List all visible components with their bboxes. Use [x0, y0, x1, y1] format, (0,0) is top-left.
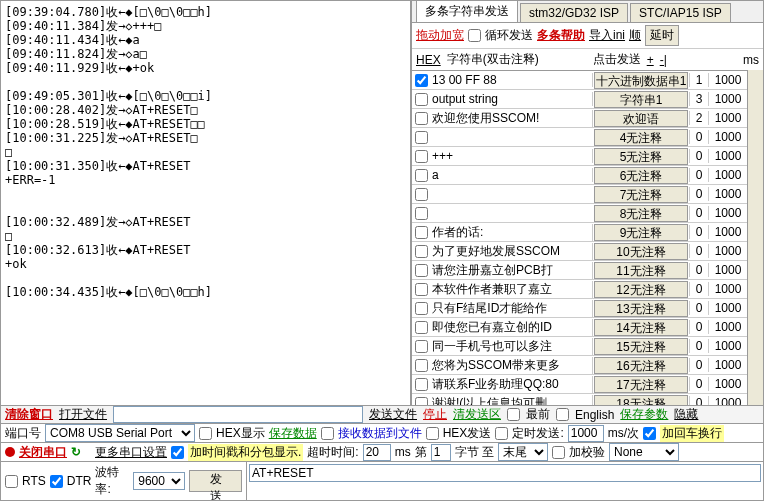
- topmost-chk[interactable]: [507, 408, 520, 421]
- row-hex-chk[interactable]: [415, 207, 428, 220]
- row-order[interactable]: 0: [689, 377, 709, 391]
- row-ms[interactable]: 1000: [709, 339, 747, 353]
- row-text[interactable]: 欢迎您使用SSCOM!: [430, 110, 593, 127]
- row-order[interactable]: 0: [689, 206, 709, 220]
- save-params[interactable]: 保存参数: [620, 406, 668, 423]
- row-hex-chk[interactable]: [415, 264, 428, 277]
- more-settings[interactable]: 更多串口设置: [95, 444, 167, 461]
- timeout-input[interactable]: [363, 444, 391, 461]
- row-text[interactable]: 同一手机号也可以多注: [430, 338, 593, 355]
- row-hex-chk[interactable]: [415, 340, 428, 353]
- row-send-button[interactable]: 15无注释: [594, 338, 688, 355]
- row-hex-chk[interactable]: [415, 283, 428, 296]
- import-ini[interactable]: 导入ini: [589, 27, 625, 44]
- hide-btn[interactable]: 隐藏: [674, 406, 698, 423]
- row-hex-chk[interactable]: [415, 74, 428, 87]
- row-send-button[interactable]: 12无注释: [594, 281, 688, 298]
- row-send-button[interactable]: 7无注释: [594, 186, 688, 203]
- row-ms[interactable]: 1000: [709, 130, 747, 144]
- row-hex-chk[interactable]: [415, 397, 428, 406]
- row-text[interactable]: 即使您已有嘉立创的ID: [430, 319, 593, 336]
- interval-input[interactable]: [568, 425, 604, 442]
- checksum-combo[interactable]: None: [609, 443, 679, 461]
- row-hex-chk[interactable]: [415, 169, 428, 182]
- minus-btn[interactable]: -|: [660, 53, 667, 67]
- send-button[interactable]: 发 送: [189, 470, 242, 492]
- english-chk[interactable]: [556, 408, 569, 421]
- hexshow-chk[interactable]: [199, 427, 212, 440]
- row-text[interactable]: 作者的话:: [430, 224, 593, 241]
- row-order[interactable]: 0: [689, 320, 709, 334]
- crlf-chk[interactable]: [643, 427, 656, 440]
- row-order[interactable]: 3: [689, 92, 709, 106]
- row-send-button[interactable]: 18无注释: [594, 395, 688, 406]
- row-text[interactable]: 本软件作者兼职了嘉立: [430, 281, 593, 298]
- row-order[interactable]: 0: [689, 225, 709, 239]
- close-port[interactable]: 关闭串口: [19, 444, 67, 461]
- row-order[interactable]: 2: [689, 111, 709, 125]
- row-order[interactable]: 0: [689, 396, 709, 405]
- row-text[interactable]: output string: [430, 92, 593, 106]
- tab-multistring[interactable]: 多条字符串发送: [416, 0, 518, 22]
- row-order[interactable]: 0: [689, 168, 709, 182]
- port-combo[interactable]: COM8 USB Serial Port: [45, 424, 195, 442]
- command-input[interactable]: [249, 464, 761, 482]
- row-order[interactable]: 0: [689, 187, 709, 201]
- row-order[interactable]: 0: [689, 301, 709, 315]
- row-order[interactable]: 0: [689, 263, 709, 277]
- stop-btn[interactable]: 停止: [423, 406, 447, 423]
- row-send-button[interactable]: 10无注释: [594, 243, 688, 260]
- end-combo[interactable]: 末尾: [498, 443, 548, 461]
- row-order[interactable]: 0: [689, 339, 709, 353]
- row-ms[interactable]: 1000: [709, 225, 747, 239]
- tab-stc[interactable]: STC/IAP15 ISP: [630, 3, 731, 22]
- row-hex-chk[interactable]: [415, 188, 428, 201]
- row-text[interactable]: 请您注册嘉立创PCB打: [430, 262, 593, 279]
- hexsend-chk[interactable]: [426, 427, 439, 440]
- row-order[interactable]: 1: [689, 73, 709, 87]
- row-hex-chk[interactable]: [415, 93, 428, 106]
- row-send-button[interactable]: 十六进制数据串1: [594, 72, 688, 89]
- row-ms[interactable]: 1000: [709, 73, 747, 87]
- refresh-icon[interactable]: ↻: [71, 445, 81, 459]
- timedsend-chk[interactable]: [495, 427, 508, 440]
- row-send-button[interactable]: 字符串1: [594, 91, 688, 108]
- row-ms[interactable]: 1000: [709, 206, 747, 220]
- row-text[interactable]: 谢谢!(以上信息均可删: [430, 395, 593, 406]
- row-hex-chk[interactable]: [415, 359, 428, 372]
- row-order[interactable]: 0: [689, 282, 709, 296]
- row-hex-chk[interactable]: [415, 245, 428, 258]
- row-ms[interactable]: 1000: [709, 320, 747, 334]
- row-send-button[interactable]: 5无注释: [594, 148, 688, 165]
- drag-widen[interactable]: 拖动加宽: [416, 27, 464, 44]
- row-send-button[interactable]: 16无注释: [594, 357, 688, 374]
- row-order[interactable]: 0: [689, 244, 709, 258]
- rts-chk[interactable]: [5, 475, 18, 488]
- row-send-button[interactable]: 11无注释: [594, 262, 688, 279]
- timestamp-chk[interactable]: [171, 446, 184, 459]
- row-order[interactable]: 0: [689, 358, 709, 372]
- row-send-button[interactable]: 6无注释: [594, 167, 688, 184]
- row-ms[interactable]: 1000: [709, 396, 747, 405]
- row-order[interactable]: 0: [689, 130, 709, 144]
- row-hex-chk[interactable]: [415, 131, 428, 144]
- clear-send[interactable]: 清发送区: [453, 406, 501, 423]
- row-ms[interactable]: 1000: [709, 111, 747, 125]
- baud-combo[interactable]: 9600: [133, 472, 185, 490]
- loop-send-chk[interactable]: [468, 29, 481, 42]
- file-path-input[interactable]: [113, 406, 363, 423]
- row-hex-chk[interactable]: [415, 378, 428, 391]
- row-text[interactable]: 请联系F业务助理QQ:80: [430, 376, 593, 393]
- row-ms[interactable]: 1000: [709, 358, 747, 372]
- plus-btn[interactable]: +: [647, 53, 654, 67]
- scrollbar[interactable]: [747, 70, 763, 405]
- row-text[interactable]: 为了更好地发展SSCOM: [430, 243, 593, 260]
- row-ms[interactable]: 1000: [709, 168, 747, 182]
- row-hex-chk[interactable]: [415, 112, 428, 125]
- tab-stm32[interactable]: stm32/GD32 ISP: [520, 3, 628, 22]
- no-input[interactable]: [431, 444, 451, 461]
- multi-help[interactable]: 多条帮助: [537, 27, 585, 44]
- row-ms[interactable]: 1000: [709, 263, 747, 277]
- row-send-button[interactable]: 17无注释: [594, 376, 688, 393]
- row-send-button[interactable]: 9无注释: [594, 224, 688, 241]
